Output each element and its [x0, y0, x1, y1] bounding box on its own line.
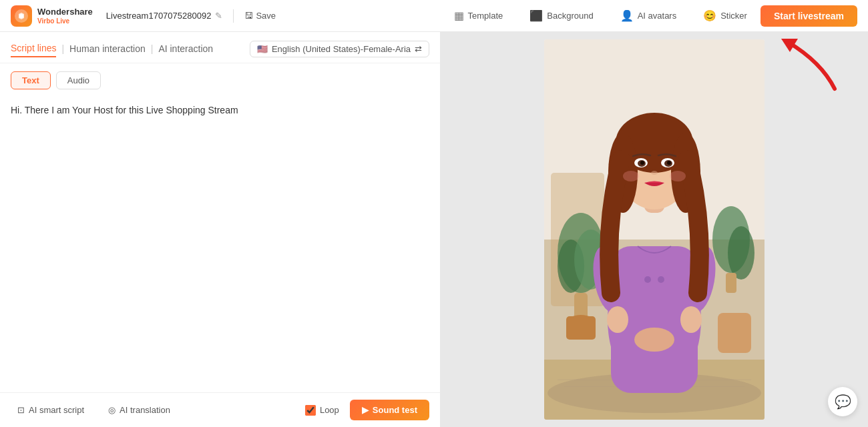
tabs-row: Script lines | Human interaction | AI in… — [0, 32, 440, 63]
tab-ai-interaction[interactable]: AI interaction — [158, 41, 213, 57]
svg-rect-15 — [718, 313, 751, 353]
svg-point-26 — [680, 306, 702, 333]
svg-point-25 — [607, 306, 628, 333]
logo-area: Wondershare Virbo Live — [11, 5, 93, 27]
tab-script-lines[interactable]: Script lines — [11, 40, 56, 57]
svg-point-41 — [670, 171, 686, 181]
avatar-svg — [544, 39, 765, 420]
svg-point-38 — [667, 161, 671, 165]
logo-icon — [11, 5, 32, 27]
svg-point-1 — [19, 14, 23, 18]
nav-template[interactable]: ▦ Template — [449, 7, 509, 25]
sound-test-button[interactable]: ▶ Sound test — [350, 400, 429, 420]
text-button[interactable]: Text — [11, 71, 51, 89]
language-selector[interactable]: 🇺🇸 English (United States)-Female-Aria ⇄ — [250, 41, 429, 57]
save-button[interactable]: 🖫 Save — [244, 11, 276, 21]
ai-avatar-icon: 👤 — [620, 9, 634, 22]
ai-translation-button[interactable]: ◎ AI translation — [101, 401, 177, 419]
logo-text: Wondershare Virbo Live — [37, 7, 93, 25]
svg-point-27 — [634, 328, 674, 352]
swap-icon: ⇄ — [415, 44, 422, 54]
template-icon: ▦ — [454, 9, 464, 22]
ai-script-icon: ⊡ — [17, 405, 25, 415]
ai-smart-script-button[interactable]: ⊡ AI smart script — [11, 401, 91, 419]
loop-checkbox[interactable] — [305, 405, 316, 416]
main-content: Script lines | Human interaction | AI in… — [0, 32, 868, 427]
svg-point-37 — [640, 161, 644, 165]
nav-background[interactable]: ⬛ Background — [524, 7, 598, 25]
text-audio-toggle: Text Audio — [0, 63, 440, 95]
ai-translation-icon: ◎ — [108, 405, 116, 415]
audio-button[interactable]: Audio — [56, 71, 101, 89]
divider — [233, 9, 234, 23]
chat-icon: 💬 — [835, 394, 851, 410]
flag-icon: 🇺🇸 — [257, 44, 268, 54]
save-icon: 🖫 — [244, 11, 253, 21]
red-arrow-indicator — [768, 35, 848, 102]
svg-point-22 — [658, 276, 664, 283]
left-panel: Script lines | Human interaction | AI in… — [0, 32, 441, 427]
script-text: Hi. There I am Your Host for this Live S… — [11, 103, 429, 117]
svg-point-13 — [728, 226, 754, 280]
start-livestream-button[interactable]: Start livestream — [761, 5, 857, 27]
edit-icon[interactable]: ✎ — [215, 11, 222, 21]
sticker-icon: 😊 — [703, 9, 716, 22]
loop-toggle[interactable]: Loop — [305, 405, 339, 416]
avatar-container — [544, 39, 765, 420]
header-nav: ▦ Template ⬛ Background 👤 AI avatars 😊 S… — [449, 7, 752, 25]
header: Wondershare Virbo Live Livestream1707075… — [0, 0, 868, 32]
chat-bubble-button[interactable]: 💬 — [828, 387, 857, 416]
svg-marker-42 — [781, 39, 798, 52]
right-panel: 💬 — [441, 32, 868, 427]
svg-point-40 — [623, 171, 639, 181]
svg-point-21 — [644, 276, 651, 283]
script-area[interactable]: Hi. There I am Your Host for this Live S… — [0, 95, 440, 392]
sound-icon: ▶ — [362, 405, 369, 415]
tab-human-interaction[interactable]: Human interaction — [69, 41, 146, 57]
svg-rect-11 — [566, 316, 596, 340]
nav-sticker[interactable]: 😊 Sticker — [698, 7, 752, 25]
svg-rect-14 — [726, 273, 736, 293]
bottom-bar: ⊡ AI smart script ◎ AI translation Loop … — [0, 392, 440, 427]
background-icon: ⬛ — [529, 9, 543, 22]
stream-title: Livestream1707075280092 ✎ — [106, 11, 223, 21]
svg-point-39 — [651, 171, 658, 175]
nav-ai-avatars[interactable]: 👤 AI avatars — [615, 7, 682, 25]
